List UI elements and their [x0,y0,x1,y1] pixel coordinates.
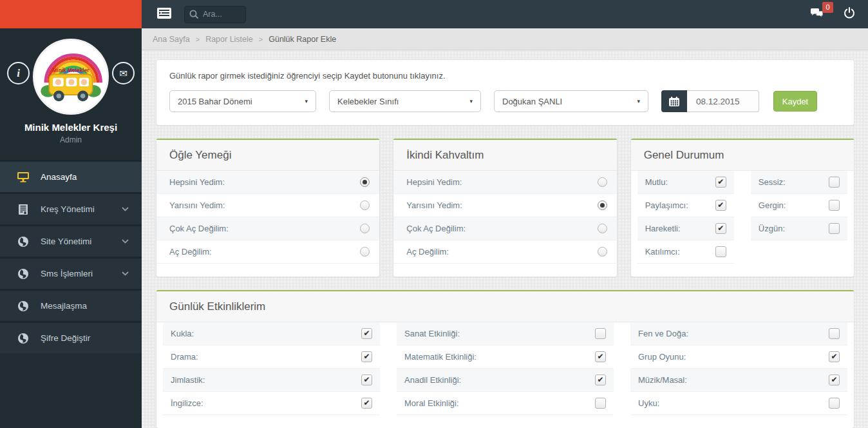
checkbox[interactable] [715,246,726,257]
option-label: Drama: [171,352,198,362]
checkbox[interactable] [595,398,606,409]
checkbox[interactable] [829,374,840,385]
checkbox-row: Sanat Etkinliği: [397,322,614,345]
radio-button[interactable] [598,200,607,210]
sidebar-item-label: Kreş Yönetimi [41,204,95,214]
radio-button[interactable] [598,177,607,187]
school-name: Minik Melekler Kreşi [0,122,142,133]
checkbox[interactable] [595,328,606,339]
option-label: Müzik/Masal: [638,375,687,385]
panel-title: Genel Durumum [644,149,724,161]
radio-button[interactable] [360,177,370,187]
checkbox-row: Hareketli: [637,217,734,240]
globe-icon [16,237,30,247]
sidebar-item-label: Şifre Değiştir [41,333,90,343]
checkbox[interactable] [829,328,840,339]
logout-button[interactable] [844,7,855,21]
breadcrumb-rapor-listele[interactable]: Rapor Listele [205,35,253,44]
checkbox[interactable] [829,177,840,188]
option-label: Hepsini Yedim: [169,177,225,187]
checkbox[interactable] [829,223,840,234]
term-select-value: 2015 Bahar Dönemi [178,97,252,106]
breadcrumb-separator: > [259,35,263,43]
option-label: Yarısını Yedim: [406,200,462,210]
info-button[interactable]: i [7,62,30,84]
envelope-icon: ✉ [119,68,127,78]
checkbox[interactable] [595,374,606,385]
sidebar-item-sms-islemleri[interactable]: Sms İşlemleri [0,257,142,289]
radio-button[interactable] [360,200,370,210]
checkbox[interactable] [361,374,372,385]
sidebar-item-site-yonetimi[interactable]: Site Yönetimi [0,224,142,257]
globe-icon [16,301,30,311]
checkbox[interactable] [361,351,372,362]
term-select[interactable]: 2015 Bahar Dönemi ▾ [169,90,316,112]
radio-button[interactable] [598,247,607,257]
sidebar-toggle-button[interactable] [157,8,171,21]
checkbox-row: Sessiz: [751,171,847,194]
caret-down-icon: ▾ [469,98,473,104]
avatar: Minik Melekler [33,39,109,115]
radio-row: Çok Aç Değilim: [393,217,616,240]
checkbox-row: Katılımcı: [637,240,734,264]
checkbox[interactable] [829,351,840,362]
checkbox-row: İngilizce: [163,392,380,415]
sidebar-item-sifre-degistir[interactable]: Şifre Değiştir [0,321,142,353]
option-label: Gergin: [759,200,786,210]
sidebar-menu: Anasayfa Kreş Yönetimi [0,160,142,353]
option-label: Mutlu: [645,177,668,187]
checkbox[interactable] [829,200,840,211]
lunch-panel: Öğle Yemeği Hepsini Yedim: Yarısını Yedi… [156,139,380,277]
option-label: Grup Oyunu: [638,352,686,362]
breadcrumb-ana-sayfa[interactable]: Ana Sayfa [153,35,190,44]
checkbox[interactable] [595,351,606,362]
checkbox-row: Anadil Etkinliği: [397,369,614,392]
profile-section: i [0,28,142,152]
user-role: Admin [0,135,142,144]
checkbox-row: Kukla: [163,322,380,345]
messages-button[interactable]: 0 [810,8,824,21]
student-select[interactable]: Doğukan ŞANLI ▾ [494,90,648,112]
option-label: Uyku: [638,398,659,408]
logo-block[interactable] [0,0,142,28]
option-label: Yarısını Yedim: [169,200,225,210]
breadcrumb-separator: > [196,35,200,43]
sidebar-item-anasayfa[interactable]: Anasayfa [0,160,142,192]
calendar-icon[interactable] [661,90,687,112]
checkbox[interactable] [715,223,726,234]
option-label: Sessiz: [759,177,786,187]
checkbox[interactable] [829,398,840,409]
panel-title: Öğle Yemeği [169,149,231,161]
option-label: Matematik Etkinliği: [404,352,476,362]
checkbox[interactable] [715,177,726,188]
checkbox[interactable] [361,398,372,409]
activities-panel: Günlük Etkinliklerim Kukla: Drama: Jimla… [156,290,854,428]
save-button[interactable]: Kaydet [773,91,817,112]
power-icon [844,10,855,21]
date-input[interactable] [687,90,759,112]
form-instruction: Günlük rapor girmek istediğiniz öğrenciy… [169,71,841,81]
radio-row: Yarısını Yedim: [156,194,379,217]
mail-button[interactable]: ✉ [112,62,135,84]
radio-row: Hepsini Yedim: [393,171,616,194]
option-label: Hepsini Yedim: [406,177,462,187]
option-label: Hareketli: [645,224,681,233]
class-select[interactable]: Kelebekler Sınıfı ▾ [329,90,481,112]
radio-button[interactable] [360,247,370,257]
checkbox-row: Matematik Etkinliği: [397,345,614,369]
checkbox-row: Müzik/Masal: [630,369,847,392]
sidebar-item-kres-yonetimi[interactable]: Kreş Yönetimi [0,192,142,224]
radio-button[interactable] [598,224,607,233]
checkbox[interactable] [715,200,726,211]
sidebar: i [0,28,142,428]
date-picker-group [661,90,759,112]
checkbox-row: Drama: [163,345,380,369]
sidebar-item-label: Site Yönetimi [41,237,91,246]
sidebar-item-mesajlasma[interactable]: Mesajlaşma [0,289,142,321]
option-label: Üzgün: [759,224,785,233]
chevron-down-icon [122,271,129,276]
sidebar-item-label: Anasayfa [41,172,77,182]
radio-button[interactable] [360,224,370,233]
checkbox[interactable] [361,328,372,339]
option-label: Moral Etkinliği: [404,398,459,408]
